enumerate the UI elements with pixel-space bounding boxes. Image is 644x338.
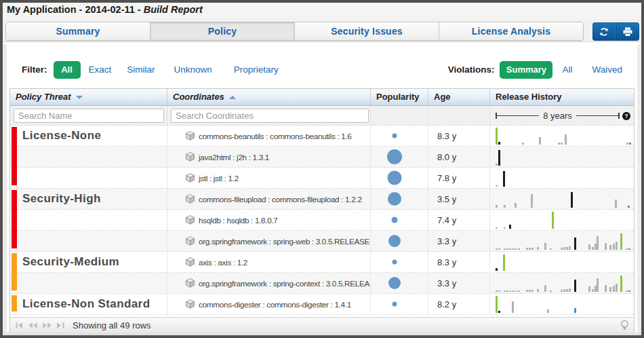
component-icon [185, 257, 195, 267]
release-bar [506, 248, 508, 250]
grid-row[interactable]: java2html : j2h : 1.3.18.0 y [10, 147, 634, 168]
age-cell: 8.2 y [428, 294, 490, 314]
threat-group-label: Security-High [22, 192, 101, 206]
column-header-release-history[interactable]: Release History [490, 89, 634, 105]
release-bar [504, 248, 506, 250]
grid-row[interactable]: hsqldb : hsqldb : 1.8.0.77.4 y [10, 210, 634, 231]
policy-threat-cell [10, 168, 167, 188]
release-bar [515, 248, 517, 250]
release-bar [529, 290, 531, 292]
filter-similar-link[interactable]: Similar [127, 64, 155, 75]
last-page-icon[interactable] [57, 322, 64, 328]
coordinate-text: java2html : j2h : 1.3.1 [199, 152, 269, 162]
policy-threat-cell [10, 231, 167, 251]
release-history-sparkline [496, 210, 631, 229]
coordinates-cell: java2html : j2h : 1.3.1 [167, 147, 371, 167]
left-gutter [3, 44, 7, 335]
grid-row[interactable]: org.springframework : spring-context : 3… [10, 273, 634, 294]
release-history-cell [490, 126, 634, 146]
history-scale: 8 years [496, 106, 620, 126]
release-bar [531, 290, 534, 292]
component-icon [185, 194, 195, 204]
age-text: 8.0 y [437, 152, 456, 162]
policy-threat-cell: Security-High [10, 189, 167, 209]
release-bar [496, 296, 498, 313]
search-coordinates-input[interactable] [171, 109, 369, 123]
release-bar [626, 290, 628, 292]
release-bar [509, 248, 511, 250]
tab-license-analysis[interactable]: License Analysis [439, 22, 583, 40]
report-toolbar [592, 22, 639, 41]
coordinate-text: org.springframework : spring-web : 3.0.5… [199, 236, 369, 246]
coordinates-cell: org.springframework : spring-context : 3… [167, 273, 371, 293]
release-bar [547, 309, 549, 313]
grid-row[interactable]: License-Non Standardcommons-digester : c… [10, 294, 634, 315]
age-text: 7.8 y [437, 173, 456, 183]
coordinates-cell: commons-digester : commons-digester : 1.… [167, 294, 371, 314]
release-bar [597, 236, 599, 250]
coordinate-text: axis : axis : 1.2 [199, 257, 247, 267]
filter-exact-link[interactable]: Exact [89, 64, 112, 75]
scale-left-line [497, 115, 539, 116]
scale-right-tick [618, 113, 620, 119]
print-button[interactable] [616, 22, 639, 41]
column-header-popularity[interactable]: Popularity [371, 89, 428, 105]
popularity-dot [388, 192, 401, 206]
coordinates-cell: hsqldb : hsqldb : 1.8.0.7 [167, 210, 371, 230]
column-header-age[interactable]: Age [428, 89, 490, 105]
release-bar [592, 289, 594, 292]
component-icon [185, 131, 195, 141]
grid-header: Policy Threat Coordinates Popularity Age… [10, 89, 634, 106]
prev-page-icon[interactable] [28, 322, 37, 328]
release-bar [512, 301, 514, 313]
question-circle-icon[interactable]: ? [622, 112, 630, 120]
column-header-policy-threat[interactable]: Policy Threat [10, 89, 167, 105]
threat-level-bar [12, 253, 17, 290]
release-bar [563, 247, 565, 250]
age-cell: 8.3 y [428, 252, 490, 272]
tab-policy[interactable]: Policy [150, 22, 295, 40]
filter-all-button[interactable]: All [54, 61, 81, 79]
release-bar [616, 284, 618, 292]
grid-row[interactable]: jstl : jstl : 1.27.8 y [10, 168, 634, 189]
release-bar [574, 308, 576, 313]
grid-row[interactable]: License-Nonecommons-beanutils : commons-… [10, 126, 634, 147]
next-page-icon[interactable] [43, 322, 52, 328]
threat-group-label: Security-Medium [22, 255, 119, 269]
release-bar [498, 142, 500, 145]
release-bar [498, 248, 500, 250]
grid-row[interactable]: org.springframework : spring-web : 3.0.5… [10, 231, 634, 252]
filter-toolbar: Filter: All Exact Similar Unknown Propri… [9, 41, 635, 88]
first-page-icon[interactable] [16, 322, 23, 328]
release-bar [628, 290, 630, 292]
coordinate-text: org.springframework : spring-context : 3… [199, 278, 371, 288]
release-bar [529, 248, 531, 250]
column-header-coordinates[interactable]: Coordinates [167, 89, 371, 105]
violations-waived-link[interactable]: Waived [592, 64, 622, 75]
tab-summary[interactable]: Summary [6, 22, 150, 40]
release-bar [496, 268, 498, 271]
search-name-input[interactable] [14, 109, 164, 123]
release-bar [620, 233, 622, 250]
grid-row[interactable]: Security-Mediumaxis : axis : 1.28.3 y [10, 252, 634, 273]
lightbulb-icon[interactable] [620, 320, 629, 331]
release-bar [496, 248, 498, 250]
release-bar [496, 205, 498, 208]
popularity-dot [388, 171, 402, 185]
filter-proprietary-link[interactable]: Proprietary [234, 64, 279, 75]
filter-unknown-link[interactable]: Unknown [174, 64, 212, 75]
release-bar [504, 205, 506, 208]
violations-all-link[interactable]: All [562, 64, 572, 75]
policy-threat-cell [10, 210, 167, 230]
popularity-cell [371, 126, 428, 146]
tab-security-issues[interactable]: Security Issues [295, 22, 439, 40]
grid-row[interactable]: Security-Highcommons-fileupload : common… [10, 189, 634, 210]
refresh-button[interactable] [592, 22, 616, 41]
release-bar [588, 286, 590, 292]
release-bar [626, 143, 628, 145]
release-bar [609, 287, 611, 292]
coordinates-cell: jstl : jstl : 1.2 [167, 168, 371, 188]
release-bar [628, 206, 630, 208]
violations-summary-button[interactable]: Summary [500, 61, 552, 79]
report-window: My Application - 2014-02-11 - Build Repo… [0, 0, 644, 338]
